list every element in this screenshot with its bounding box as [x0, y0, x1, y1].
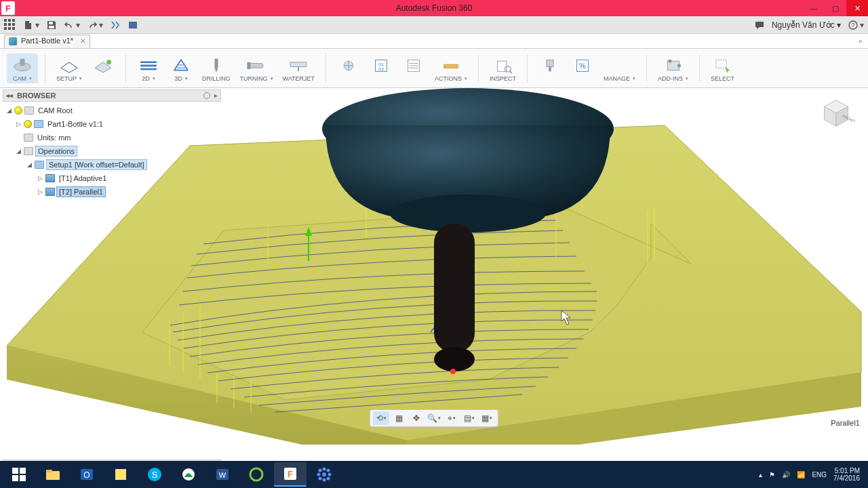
setup-new-icon	[92, 55, 115, 75]
2d-button[interactable]: 2D	[133, 54, 164, 83]
actions-gcode-button[interactable]: G1G2	[366, 54, 397, 83]
drilling-icon	[205, 55, 228, 75]
tree-node-operations[interactable]: ◢ Operations	[3, 144, 221, 158]
document-tab-label: Part1-Bottle v1*	[21, 37, 73, 45]
inspect-button[interactable]: INSPECT	[486, 54, 520, 83]
turning-button[interactable]: TURNING	[236, 54, 277, 83]
tray-volume-icon[interactable]: 🔊	[782, 471, 790, 479]
select-button[interactable]: SELECT	[707, 54, 738, 83]
tray-network-icon[interactable]: 📶	[797, 471, 805, 479]
main-area: FRONT ◂◂ BROWSER ▸ ◢ CAM Root ▷ Part1-Bo…	[0, 88, 868, 445]
tray-flag-icon[interactable]: ⚑	[769, 471, 775, 479]
svg-text:F: F	[288, 469, 293, 479]
window-minimize-button[interactable]: —	[803, 0, 825, 16]
setup-new-button[interactable]	[87, 54, 119, 83]
taskbar-skype[interactable]: S	[138, 462, 171, 487]
window-maximize-button[interactable]: ▢	[825, 0, 846, 16]
document-tabbar: Part1-Bottle v1* ✕ «	[0, 34, 868, 49]
taskbar-word[interactable]: W	[206, 462, 239, 487]
display-button[interactable]: ▤	[461, 411, 477, 425]
taskbar-outlook[interactable]: O	[71, 462, 103, 487]
viewcube[interactable]: FRONT	[816, 92, 856, 131]
tree-node-units[interactable]: Units: mm	[3, 131, 221, 144]
gcode-icon: G1G2	[370, 55, 393, 75]
start-button[interactable]	[3, 462, 35, 487]
svg-point-65	[319, 469, 322, 472]
taskbar-notes[interactable]	[104, 462, 137, 487]
manage-menu-button[interactable]: MANAGE	[599, 54, 639, 83]
svg-point-57	[250, 468, 262, 481]
3d-button[interactable]: 3D	[165, 54, 197, 83]
orbit-button[interactable]: ⟲	[373, 411, 389, 425]
script-icon[interactable]	[110, 20, 121, 30]
taskbar-app3[interactable]	[308, 462, 340, 487]
visibility-bulb-icon[interactable]	[24, 120, 32, 128]
manage-tools-button[interactable]	[534, 54, 566, 83]
viewport-nav-toolbar: ⟲ ▦ ✥ 🔍 ⌖ ▤ ▦	[370, 409, 498, 427]
browser-options-icon[interactable]	[203, 92, 210, 99]
browser-header[interactable]: ◂◂ BROWSER ▸	[3, 89, 221, 102]
manage-percent-button[interactable]: %	[567, 54, 598, 83]
svg-text:O: O	[83, 470, 90, 480]
document-tab[interactable]: Part1-Bottle v1* ✕	[4, 35, 90, 48]
workspace-cam-button[interactable]: CAM	[7, 54, 38, 83]
drilling-button[interactable]: DRILLING	[198, 54, 235, 83]
setup-icon	[35, 161, 44, 169]
svg-rect-20	[444, 64, 458, 68]
taskbar-fusion360[interactable]: F	[274, 462, 307, 487]
svg-rect-46	[20, 475, 26, 481]
save-button[interactable]	[46, 20, 57, 30]
grid-button[interactable]: ▦	[479, 411, 495, 425]
tray-clock[interactable]: 5:01 PM7/4/2016	[833, 467, 860, 482]
svg-rect-48	[46, 470, 52, 472]
visibility-bulb-icon[interactable]	[14, 106, 22, 115]
tree-node-adaptive1[interactable]: ▷ [T1] Adaptive1	[3, 171, 221, 185]
extension-icon[interactable]	[127, 20, 138, 30]
app-grid-icon[interactable]	[4, 19, 16, 31]
actions-generate-button[interactable]	[333, 54, 364, 83]
notification-icon[interactable]	[754, 20, 765, 30]
actions-icon	[439, 55, 462, 75]
pan-button[interactable]: ✥	[408, 411, 425, 425]
turning-icon	[245, 55, 268, 75]
tray-chevron-icon[interactable]: ▴	[759, 471, 762, 479]
windows-taskbar: O S W F ▴ ⚑ 🔊 📶 ENG 5:01 PM7/4/2016	[0, 461, 868, 488]
post-library-icon: %	[571, 55, 594, 75]
user-menu[interactable]: Nguyễn Văn Ước ▾	[772, 20, 841, 30]
fit-button[interactable]: ⌖	[443, 411, 460, 425]
setup-icon	[58, 55, 81, 75]
svg-text:G1: G1	[378, 62, 384, 66]
expand-tabs-icon[interactable]: «	[859, 37, 863, 45]
file-menu-button[interactable]: ▾	[23, 20, 39, 30]
tree-node-parallel1[interactable]: ▷ [T2] Parallel1	[3, 185, 221, 199]
look-at-button[interactable]: ▦	[391, 411, 407, 425]
redo-button[interactable]: ▾	[87, 20, 103, 30]
help-icon[interactable]: ?▾	[848, 20, 864, 30]
units-icon	[24, 134, 33, 142]
taskbar-app2[interactable]	[240, 462, 273, 487]
svg-text:S: S	[152, 470, 158, 480]
operation-icon	[45, 188, 55, 196]
waterjet-button[interactable]: WATERJET	[279, 54, 319, 83]
tree-node-part[interactable]: ▷ Part1-Bottle v1:1	[3, 117, 221, 131]
tree-node-setup1[interactable]: ◢ Setup1 [Work offset=Default]	[3, 158, 221, 171]
close-tab-icon[interactable]: ✕	[80, 37, 85, 45]
addins-button[interactable]: ADD-INS	[654, 54, 692, 83]
actions-menu-button[interactable]: ACTIONS	[431, 54, 471, 83]
app-icon: F	[1, 1, 15, 15]
setup-button[interactable]: SETUP	[52, 54, 86, 83]
viewport-status-label: Parallel1	[831, 419, 860, 427]
taskbar-app1[interactable]	[172, 462, 205, 487]
window-close-button[interactable]: ✕	[846, 0, 868, 16]
taskbar-explorer[interactable]	[37, 462, 69, 487]
zoom-button[interactable]: 🔍	[426, 411, 442, 425]
tray-lang[interactable]: ENG	[812, 471, 827, 479]
system-tray[interactable]: ▴ ⚑ 🔊 📶 ENG 5:01 PM7/4/2016	[759, 467, 865, 482]
root-folder-icon	[24, 106, 34, 115]
svg-text:%: %	[579, 62, 586, 70]
undo-button[interactable]: ▾	[64, 20, 80, 30]
actions-sheet-button[interactable]	[398, 54, 429, 83]
tree-node-cam-root[interactable]: ◢ CAM Root	[3, 104, 221, 117]
generate-icon	[337, 55, 360, 75]
svg-rect-8	[214, 58, 218, 68]
